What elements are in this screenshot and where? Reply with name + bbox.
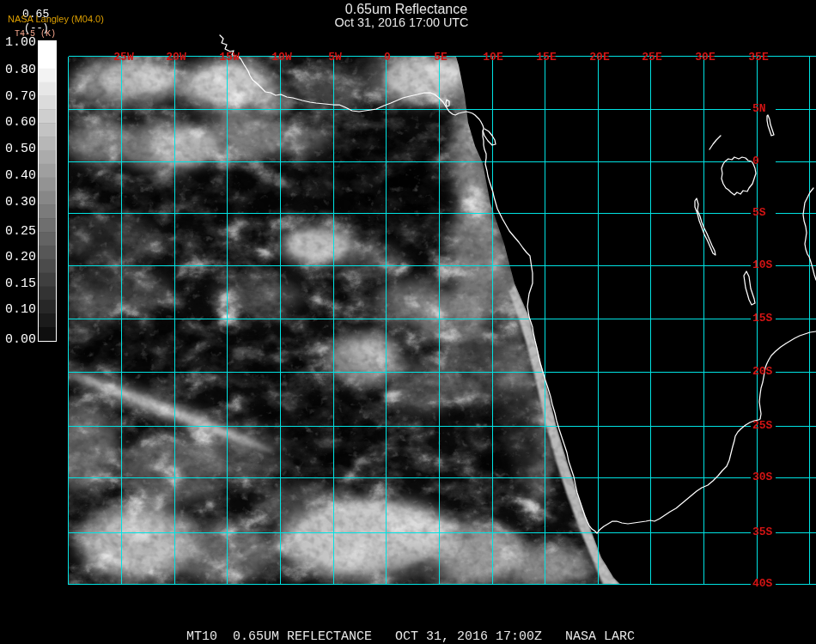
svg-text:T4-5 (K): T4-5 (K) [15, 29, 56, 39]
svg-text:0: 0 [752, 155, 759, 167]
svg-text:0.10: 0.10 [5, 302, 36, 317]
svg-text:30S: 30S [752, 471, 773, 483]
svg-text:15S: 15S [752, 312, 773, 325]
svg-text:25W: 25W [113, 51, 134, 64]
svg-text:35E: 35E [748, 51, 769, 64]
svg-text:20S: 20S [752, 365, 773, 378]
svg-text:10S: 10S [752, 258, 773, 271]
svg-text:5W: 5W [328, 51, 342, 64]
svg-text:0.50: 0.50 [5, 142, 36, 156]
svg-text:0: 0 [384, 51, 391, 64]
svg-text:0.80: 0.80 [5, 63, 36, 77]
svg-text:Oct 31, 2016 17:00 UTC: Oct 31, 2016 17:00 UTC [335, 15, 469, 29]
svg-text:0.60: 0.60 [5, 115, 36, 130]
svg-text:0.00: 0.00 [5, 332, 36, 347]
svg-text:MT10 0.65UM REFLECTANCE OCT: MT10 0.65UM REFLECTANCE OCT 31, 2016 17:… [186, 629, 635, 644]
svg-text:40S: 40S [752, 577, 773, 590]
svg-text:10W: 10W [271, 51, 292, 64]
svg-text:0.25: 0.25 [5, 224, 36, 239]
svg-text:20E: 20E [589, 51, 610, 64]
svg-text:0.20: 0.20 [5, 250, 36, 264]
svg-text:0.15: 0.15 [5, 276, 36, 291]
svg-text:30E: 30E [695, 51, 716, 64]
svg-text:0.30: 0.30 [5, 195, 36, 210]
svg-text:5N: 5N [752, 102, 766, 115]
svg-text:20W: 20W [166, 51, 186, 64]
svg-text:0.65um Reflectance: 0.65um Reflectance [345, 2, 467, 16]
svg-text:0.70: 0.70 [5, 89, 36, 104]
svg-text:25E: 25E [642, 51, 662, 64]
svg-text:5E: 5E [434, 51, 448, 64]
svg-text:15E: 15E [536, 51, 557, 64]
svg-text:25S: 25S [752, 419, 773, 432]
svg-text:35S: 35S [752, 526, 773, 538]
svg-text:15W: 15W [219, 51, 240, 64]
svg-text:10E: 10E [483, 51, 503, 64]
svg-text:NASA Langley (M04.0): NASA Langley (M04.0) [8, 14, 104, 24]
svg-text:5S: 5S [752, 206, 766, 219]
svg-text:0.40: 0.40 [5, 168, 36, 183]
